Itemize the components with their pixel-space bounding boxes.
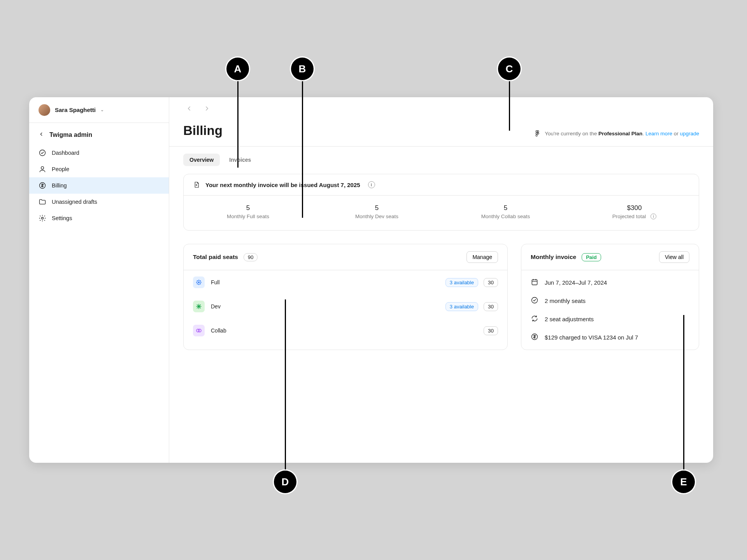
full-seat-icon: [193, 276, 205, 288]
main-content: Billing You're currently on the Professi…: [169, 97, 713, 463]
seat-row-collab: Collab 30: [184, 318, 507, 343]
invoice-seats-line: 2 monthly seats: [531, 296, 689, 305]
svg-point-3: [42, 217, 44, 219]
sidebar-item-label: Billing: [52, 182, 67, 189]
plan-sep: .: [642, 131, 645, 136]
sidebar-item-label: People: [52, 166, 69, 172]
plan-name: Professional Plan: [598, 131, 642, 136]
stat-value: 5: [316, 204, 437, 212]
stats-row: 5 Monthly Full seats 5 Monthly Dev seats…: [184, 196, 699, 230]
figma-icon: [534, 130, 541, 137]
total-paid-seats-card: Total paid seats 90 Manage Full: [183, 244, 508, 350]
sidebar-item-unassigned-drafts[interactable]: Unassigned drafts: [29, 194, 169, 210]
seat-name: Full: [211, 279, 220, 285]
back-link[interactable]: Twigma admin: [29, 128, 169, 145]
stat-value: $300: [574, 204, 695, 212]
seat-row-dev: Dev 3 available 30: [184, 294, 507, 318]
dev-seat-icon: [193, 301, 205, 312]
invoice-card-title: Monthly invoice: [531, 254, 576, 261]
seat-name: Collab: [211, 327, 226, 334]
annotation-a: A: [226, 58, 249, 80]
invoice-date-text: Jun 7, 2024–Jul 7, 2024: [545, 279, 607, 286]
history-back-button[interactable]: [186, 105, 193, 114]
annotation-b: B: [291, 58, 314, 80]
sidebar-item-billing[interactable]: Billing: [29, 177, 169, 194]
user-name: Sara Spaghetti: [55, 107, 96, 113]
collab-seat-icon: [193, 325, 205, 336]
manage-button[interactable]: Manage: [466, 251, 498, 263]
stat-label: Monthly Full seats: [188, 214, 309, 219]
invoice-summary-card: Your next monthly invoice will be issued…: [183, 174, 699, 231]
seat-count-pill: 30: [484, 278, 498, 287]
info-icon[interactable]: i: [368, 181, 375, 188]
stat-label: Monthly Dev seats: [316, 214, 437, 219]
invoice-banner-text: Your next monthly invoice will be issued…: [205, 182, 360, 188]
user-menu[interactable]: Sara Spaghetti ⌄: [29, 97, 169, 123]
main-header: Billing You're currently on the Professi…: [169, 97, 713, 147]
invoice-charge-text: $129 charged to VISA 1234 on Jul 7: [545, 334, 638, 341]
annotation-line-d: [285, 299, 286, 471]
svg-point-13: [200, 282, 202, 283]
svg-rect-5: [537, 131, 539, 133]
tab-invoices[interactable]: Invoices: [223, 154, 257, 166]
annotation-line-a: [237, 80, 238, 168]
available-pill: 3 available: [445, 278, 478, 287]
info-icon[interactable]: i: [651, 214, 656, 219]
invoice-adjustments-text: 2 seat adjustments: [545, 316, 594, 322]
sidebar-item-dashboard[interactable]: Dashboard: [29, 145, 169, 161]
svg-rect-20: [532, 280, 537, 285]
person-icon: [39, 165, 46, 173]
sidebar-nav: Twigma admin Dashboard People Billing: [29, 123, 169, 226]
annotation-e: E: [672, 471, 695, 493]
stat-value: 5: [445, 204, 566, 212]
plan-banner: You're currently on the Professional Pla…: [534, 130, 699, 137]
svg-point-17: [200, 283, 201, 284]
sidebar-item-people[interactable]: People: [29, 161, 169, 177]
available-pill: 3 available: [445, 302, 478, 311]
plan-or: or: [672, 131, 680, 136]
invoice-adjustments-line: 2 seat adjustments: [531, 315, 689, 324]
invoice-charge-line: $129 charged to VISA 1234 on Jul 7: [531, 333, 689, 342]
gear-icon: [39, 214, 46, 222]
sidebar-item-label: Dashboard: [52, 150, 79, 156]
invoice-seats-text: 2 monthly seats: [545, 298, 586, 304]
refresh-icon: [531, 315, 538, 324]
avatar: [39, 104, 50, 116]
seat-row-full: Full 3 available 30: [184, 270, 507, 294]
upgrade-link[interactable]: upgrade: [680, 131, 699, 136]
history-forward-button[interactable]: [203, 105, 210, 114]
svg-point-1: [41, 166, 44, 169]
seats-total-pill: 90: [244, 253, 258, 261]
sidebar-item-settings[interactable]: Settings: [29, 210, 169, 226]
stat-collab-seats: 5 Monthly Collab seats: [441, 196, 570, 230]
check-circle-icon: [39, 149, 46, 157]
tab-overview[interactable]: Overview: [183, 154, 220, 166]
annotation-c: C: [498, 58, 521, 80]
annotation-line-e: [683, 315, 684, 471]
seats-card-title: Total paid seats: [193, 254, 238, 261]
stat-dev-seats: 5 Monthly Dev seats: [312, 196, 441, 230]
view-all-button[interactable]: View all: [659, 251, 689, 263]
back-label: Twigma admin: [49, 131, 92, 138]
check-circle-icon: [531, 296, 538, 305]
stat-full-seats: 5 Monthly Full seats: [184, 196, 312, 230]
chevron-left-icon: [39, 131, 44, 138]
svg-rect-8: [536, 135, 537, 136]
svg-point-11: [198, 284, 200, 285]
content-area: Your next monthly invoice will be issued…: [169, 166, 713, 463]
svg-point-10: [198, 280, 200, 281]
stat-label: Monthly Collab seats: [445, 214, 566, 219]
sidebar: Sara Spaghetti ⌄ Twigma admin Dashboard: [29, 97, 169, 463]
annotation-line-c: [509, 80, 510, 131]
folder-icon: [39, 198, 46, 206]
stat-projected-total: $300 Projected totali: [570, 196, 699, 230]
dollar-circle-icon: [531, 333, 538, 342]
sidebar-item-label: Settings: [52, 215, 72, 221]
annotation-d: D: [274, 471, 296, 493]
seat-count-pill: 30: [484, 326, 498, 335]
seat-count-pill: 30: [484, 302, 498, 311]
document-icon: [193, 181, 200, 188]
svg-point-12: [196, 282, 197, 283]
sidebar-item-label: Unassigned drafts: [52, 199, 97, 205]
learn-more-link[interactable]: Learn more: [645, 131, 672, 136]
